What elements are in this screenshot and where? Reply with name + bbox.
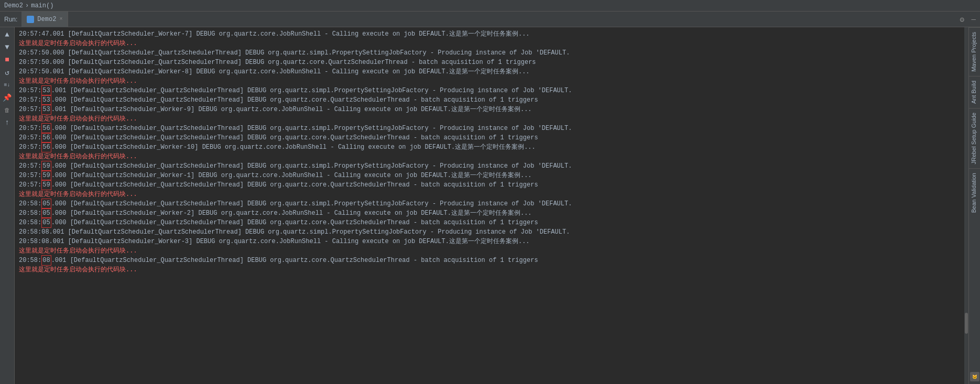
log-line: 20:57:50.001 [DefaultQuartzScheduler_Wor… (15, 67, 968, 76)
scroll-down-btn[interactable]: ▼ (2, 42, 13, 52)
log-line: 20:58:05.000 [DefaultQuartzScheduler_Qua… (15, 218, 968, 227)
log-line: 这里就是定时任务启动会执行的代码块... (15, 114, 968, 124)
avatar-area: 🐱 (970, 371, 980, 382)
scroll-thumb[interactable] (965, 313, 968, 334)
log-line: 20:57:53.001 [DefaultQuartzScheduler_Qua… (15, 86, 968, 95)
run-label: Run: (0, 16, 21, 23)
sidebar-bean[interactable]: Bean Validation (969, 168, 980, 217)
log-line: 20:57:50.000 [DefaultQuartzScheduler_Qua… (15, 58, 968, 67)
log-line: 20:58:08.001 [DefaultQuartzScheduler_Qua… (15, 256, 968, 265)
sidebar-jrebel[interactable]: JRebel Setup Guide (969, 108, 980, 168)
demo2-tab-name: Demo2 (37, 16, 56, 23)
demo2-tab-icon (27, 16, 34, 23)
clear-btn[interactable]: 🗑 (2, 105, 13, 115)
scroll-up-btn[interactable]: ▲ (2, 29, 13, 40)
sidebar-maven[interactable]: Maven Projects (969, 27, 980, 76)
left-gutter: ▲ ▼ ■ ↺ ≡↓ 📌 🗑 ↑ (0, 27, 15, 384)
main-area: ▲ ▼ ■ ↺ ≡↓ 📌 🗑 ↑ 20:57:47.001 [DefaultQu… (0, 27, 980, 384)
log-line: 这里就是定时任务启动会执行的代码块... (15, 190, 968, 199)
log-line: 这里就是定时任务启动会执行的代码块... (15, 265, 968, 275)
right-sidebar: Maven Projects Ant Build JRebel Setup Gu… (968, 27, 980, 384)
log-line: 20:58:05.000 [DefaultQuartzScheduler_Wor… (15, 209, 968, 218)
log-line: 20:57:59.000 [DefaultQuartzScheduler_Qua… (15, 180, 968, 190)
log-line: 这里就是定时任务启动会执行的代码块... (15, 76, 968, 86)
log-line: 这里就是定时任务启动会执行的代码块... (15, 39, 968, 48)
log-line: 20:57:59.000 [DefaultQuartzScheduler_Wor… (15, 171, 968, 180)
log-line: 20:57:56.000 [DefaultQuartzScheduler_Qua… (15, 124, 968, 133)
log-line: 20:58:08.001 [DefaultQuartzScheduler_Wor… (15, 237, 968, 246)
log-line: 20:57:53.001 [DefaultQuartzScheduler_Wor… (15, 105, 968, 114)
rerun-btn[interactable]: ↺ (2, 67, 13, 78)
breadcrumb-separator: › (25, 2, 29, 9)
breadcrumb-method[interactable]: main() (31, 2, 53, 9)
log-line: 20:57:59.000 [DefaultQuartzScheduler_Qua… (15, 161, 968, 171)
log-line: 20:57:56.000 [DefaultQuartzScheduler_Wor… (15, 142, 968, 152)
demo2-tab[interactable]: Demo2 × (21, 12, 68, 27)
pin-btn[interactable]: 📌 (2, 92, 13, 103)
log-line: 20:57:50.000 [DefaultQuartzScheduler_Qua… (15, 48, 968, 58)
log-line: 20:57:53.000 [DefaultQuartzScheduler_Qua… (15, 95, 968, 105)
log-line: 20:57:56.000 [DefaultQuartzScheduler_Qua… (15, 133, 968, 142)
scroll-track (964, 27, 968, 384)
log-content: 20:57:47.001 [DefaultQuartzScheduler_Wor… (15, 27, 968, 384)
filter-btn[interactable]: ≡↓ (2, 80, 13, 90)
log-line: 20:57:47.001 [DefaultQuartzScheduler_Wor… (15, 29, 968, 39)
demo2-tab-close[interactable]: × (59, 16, 62, 22)
log-line: 20:58:05.000 [DefaultQuartzScheduler_Qua… (15, 199, 968, 209)
run-bar: Run: Demo2 × ⚙ — (0, 12, 980, 27)
up-btn[interactable]: ↑ (2, 117, 13, 128)
breadcrumb: Demo2 › main() (4, 2, 53, 9)
settings-icon[interactable]: ⚙ (960, 15, 964, 24)
sidebar-ant[interactable]: Ant Build (969, 76, 980, 108)
log-line: 20:58:08.001 [DefaultQuartzScheduler_Qua… (15, 227, 968, 237)
log-line: 这里就是定时任务启动会执行的代码块... (15, 246, 968, 256)
minimize-icon[interactable]: — (972, 15, 976, 24)
stop-btn[interactable]: ■ (2, 54, 13, 65)
breadcrumb-bar: Demo2 › main() (0, 0, 980, 12)
avatar: 🐱 (970, 372, 979, 381)
breadcrumb-project[interactable]: Demo2 (4, 2, 23, 9)
log-line: 这里就是定时任务启动会执行的代码块... (15, 152, 968, 161)
